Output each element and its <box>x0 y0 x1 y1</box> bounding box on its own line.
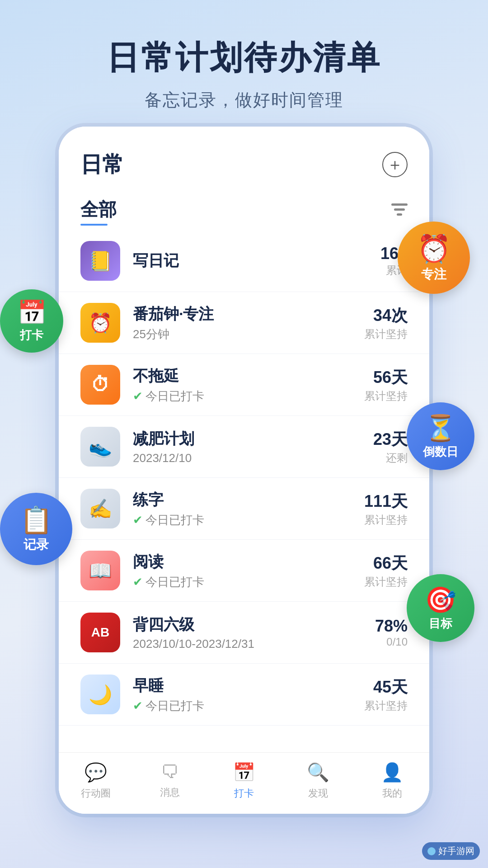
task-count-label: 累计坚持 <box>364 513 408 527</box>
task-sub-text: 今日已打卡 <box>145 574 204 590</box>
nav-item-circle[interactable]: 💬 行动圈 <box>59 762 133 800</box>
task-sub: ✔今日已打卡 <box>133 388 364 404</box>
task-item-sleep[interactable]: 🌙 早睡 ✔今日已打卡 45天 累计坚持 <box>59 664 429 726</box>
task-item-diary[interactable]: 📒 写日记 166 累计 <box>59 230 429 292</box>
task-info-procrastinate: 不拖延 ✔今日已打卡 <box>133 366 364 404</box>
task-name: 早睡 <box>133 675 364 696</box>
task-stats: 111天 累计坚持 <box>364 491 408 527</box>
task-stats: 78% 0/10 <box>375 617 408 648</box>
bottom-nav: 💬 行动圈 🗨 消息 📅 打卡 🔍 发现 👤 我的 <box>59 752 429 814</box>
task-count: 66天 <box>364 552 408 575</box>
hero-title: 日常计划待办清单 <box>0 0 488 80</box>
app-title: 日常 <box>80 150 124 179</box>
filter-underline <box>80 224 108 226</box>
nav-label-message: 消息 <box>160 786 180 799</box>
task-stats: 66天 累计坚持 <box>364 552 408 589</box>
task-name: 练字 <box>133 490 364 510</box>
filter-row: 全部 <box>59 188 429 230</box>
task-count-label: 累计坚持 <box>364 575 408 589</box>
plus-icon: ＋ <box>387 154 403 176</box>
hero-section: 日常计划待办清单 备忘记录，做好时间管理 <box>0 0 488 112</box>
task-count-label: 累计坚持 <box>364 389 408 403</box>
badge-goal-icon: 🎯 <box>425 585 456 615</box>
nav-label-circle: 行动圈 <box>81 787 111 800</box>
task-sub: 2023/12/10 <box>133 451 373 465</box>
task-icon-tomato: ⏰ <box>80 303 120 343</box>
app-header: 日常 ＋ <box>59 127 429 188</box>
task-list[interactable]: 📒 写日记 166 累计 ⏰ 番茄钟·专注 25分钟 34次 累计坚持 ⏱ 不拖… <box>59 230 429 752</box>
badge-focus[interactable]: ⏰ 专注 <box>398 222 470 294</box>
task-info-reading: 阅读 ✔今日已打卡 <box>133 552 364 590</box>
task-item-vocab[interactable]: AB 背四六级 2023/10/10-2023/12/31 78% 0/10 <box>59 602 429 664</box>
task-icon-procrastinate: ⏱ <box>80 365 120 405</box>
task-name: 写日记 <box>133 250 380 271</box>
task-info-tomato: 番茄钟·专注 25分钟 <box>133 304 364 342</box>
task-count: 56天 <box>364 367 408 389</box>
task-name: 背四六级 <box>133 614 375 635</box>
nav-item-message[interactable]: 🗨 消息 <box>133 762 207 800</box>
task-item-procrastinate[interactable]: ⏱ 不拖延 ✔今日已打卡 56天 累计坚持 <box>59 354 429 416</box>
task-sub-text: 2023/12/10 <box>133 451 192 465</box>
task-icon-slim: 👟 <box>80 427 120 467</box>
task-item-slim[interactable]: 👟 减肥计划 2023/12/10 23天 还剩 <box>59 416 429 478</box>
nav-icon-message: 🗨 <box>161 762 179 782</box>
task-sub: 25分钟 <box>133 326 364 342</box>
badge-punchcard[interactable]: 📅 打卡 <box>0 289 63 353</box>
task-icon-reading: 📖 <box>80 551 120 590</box>
task-count-label: 累计坚持 <box>364 698 408 713</box>
badge-countdown[interactable]: ⏳ 倒数日 <box>407 402 474 470</box>
nav-label-checkin: 打卡 <box>234 787 254 800</box>
badge-goal[interactable]: 🎯 目标 <box>407 574 474 642</box>
task-name: 阅读 <box>133 552 364 572</box>
badge-goal-label: 目标 <box>429 616 452 632</box>
task-info-sleep: 早睡 ✔今日已打卡 <box>133 675 364 714</box>
task-icon-diary: 📒 <box>80 241 120 281</box>
nav-item-mine[interactable]: 👤 我的 <box>355 762 429 800</box>
add-button[interactable]: ＋ <box>382 152 408 177</box>
badge-focus-label: 专注 <box>421 266 446 283</box>
filter-icon[interactable] <box>391 203 408 220</box>
badge-punchcard-icon: 📅 <box>17 299 47 326</box>
task-sub-text: 今日已打卡 <box>145 388 204 404</box>
task-icon-vocab: AB <box>80 613 120 652</box>
task-sub: ✔今日已打卡 <box>133 512 364 528</box>
task-stats: 23天 还剩 <box>373 429 408 465</box>
badge-countdown-label: 倒数日 <box>423 444 458 460</box>
task-sub-text: 2023/10/10-2023/12/31 <box>133 637 254 651</box>
task-info-vocab: 背四六级 2023/10/10-2023/12/31 <box>133 614 375 651</box>
task-info-slim: 减肥计划 2023/12/10 <box>133 429 373 465</box>
badge-countdown-icon: ⏳ <box>425 413 456 443</box>
task-item-reading[interactable]: 📖 阅读 ✔今日已打卡 66天 累计坚持 <box>59 540 429 602</box>
watermark: 好手游网 <box>422 842 480 860</box>
nav-item-discover[interactable]: 🔍 发现 <box>281 762 355 800</box>
app-inner: 日常 ＋ 全部 📒 写日记 <box>59 127 429 814</box>
badge-record[interactable]: 📋 记录 <box>0 493 72 565</box>
task-count: 23天 <box>373 429 408 451</box>
check-mark: ✔ <box>133 575 143 589</box>
check-mark: ✔ <box>133 699 143 713</box>
nav-icon-mine: 👤 <box>381 762 404 783</box>
task-info-calligraphy: 练字 ✔今日已打卡 <box>133 490 364 528</box>
check-mark: ✔ <box>133 389 143 403</box>
task-item-tomato[interactable]: ⏰ 番茄钟·专注 25分钟 34次 累计坚持 <box>59 292 429 354</box>
nav-icon-discover: 🔍 <box>307 762 329 783</box>
task-item-calligraphy[interactable]: ✍ 练字 ✔今日已打卡 111天 累计坚持 <box>59 478 429 540</box>
check-mark: ✔ <box>133 513 143 527</box>
svg-rect-2 <box>397 213 402 216</box>
task-sub: ✔今日已打卡 <box>133 574 364 590</box>
badge-focus-icon: ⏰ <box>417 233 451 265</box>
task-stats: 34次 累计坚持 <box>364 305 408 341</box>
task-sub: 2023/10/10-2023/12/31 <box>133 637 375 651</box>
task-count: 111天 <box>364 491 408 513</box>
task-sub-text: 25分钟 <box>133 326 169 342</box>
watermark-dot <box>427 847 436 855</box>
nav-item-checkin[interactable]: 📅 打卡 <box>207 762 281 800</box>
svg-rect-0 <box>391 203 408 206</box>
badge-punchcard-label: 打卡 <box>20 327 43 343</box>
task-count-label: 0/10 <box>375 636 408 648</box>
nav-label-mine: 我的 <box>382 787 402 800</box>
task-count-label: 累计坚持 <box>364 327 408 341</box>
svg-rect-1 <box>394 208 405 211</box>
task-count-label: 还剩 <box>373 451 408 465</box>
task-sub-text: 今日已打卡 <box>145 698 204 714</box>
